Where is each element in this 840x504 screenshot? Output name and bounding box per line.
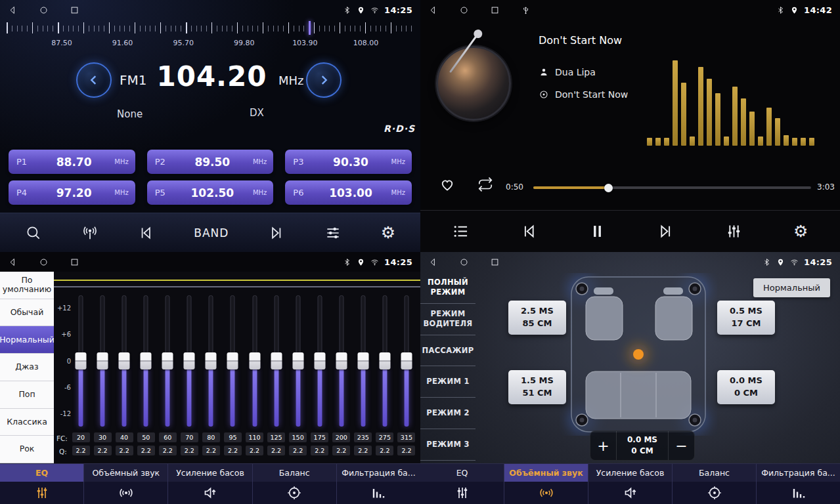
seek-up-button[interactable]: [306, 62, 342, 98]
slider-handle[interactable]: [401, 352, 412, 369]
listening-mode-item[interactable]: ПАССАЖИР: [420, 335, 475, 367]
eq-band-slider[interactable]: [353, 295, 373, 427]
home-icon[interactable]: [459, 5, 469, 15]
slider-handle[interactable]: [76, 352, 87, 369]
tab-surround[interactable]: Объёмный звук: [504, 464, 588, 504]
recents-icon[interactable]: [490, 5, 500, 15]
progress-knob[interactable]: [604, 184, 613, 192]
slider-handle[interactable]: [379, 352, 390, 369]
eq-band-slider[interactable]: [375, 295, 395, 427]
favorite-control[interactable]: [439, 176, 456, 196]
back-icon[interactable]: [428, 5, 438, 15]
previous-icon[interactable]: [137, 224, 154, 242]
tab-eq[interactable]: EQ: [0, 464, 84, 504]
slider-handle[interactable]: [227, 352, 238, 369]
eq-band-slider[interactable]: [245, 295, 265, 427]
recents-icon[interactable]: [70, 5, 79, 15]
seek-down-button[interactable]: [76, 62, 112, 98]
home-icon[interactable]: [39, 5, 49, 15]
listening-mode-item[interactable]: РЕЖИМ 2: [420, 398, 475, 429]
eq-band-slider[interactable]: [179, 295, 199, 427]
eq-band-slider[interactable]: [158, 295, 177, 427]
recents-icon[interactable]: [70, 257, 79, 267]
home-icon[interactable]: [459, 257, 469, 267]
frequency-scale[interactable]: 87.5091.6095.7099.80103.90108.00: [0, 21, 420, 51]
back-icon[interactable]: [8, 257, 18, 267]
slider-handle[interactable]: [119, 352, 130, 369]
eq-preset-item[interactable]: Классика: [0, 409, 54, 436]
eq-preset-item[interactable]: Нормальный: [0, 326, 54, 354]
repeat-control[interactable]: [477, 176, 494, 196]
preset-button[interactable]: P1 88.70 MHz: [9, 150, 135, 174]
listening-mode-item[interactable]: РЕЖИМ ВОДИТЕЛЯ: [420, 304, 475, 335]
pause-icon[interactable]: [588, 222, 606, 240]
slider-handle[interactable]: [97, 352, 108, 369]
eq-band-slider[interactable]: [71, 295, 91, 427]
eq-preset-item[interactable]: Поп: [0, 381, 54, 409]
eq-band-slider[interactable]: [223, 295, 242, 427]
slider-handle[interactable]: [162, 352, 173, 369]
eq-preset-item[interactable]: Рок: [0, 436, 54, 463]
slider-handle[interactable]: [357, 352, 368, 369]
back-icon[interactable]: [8, 5, 18, 15]
eq-band-slider[interactable]: [93, 295, 112, 427]
tab-balance[interactable]: Баланс: [673, 464, 757, 504]
tab-bass-boost[interactable]: Усиление басов: [588, 464, 673, 504]
tab-bass-boost[interactable]: Усиление басов: [168, 464, 252, 504]
tab-filter[interactable]: Фильтрация ба...: [757, 464, 840, 504]
tab-balance[interactable]: Баланс: [253, 464, 337, 504]
slider-handle[interactable]: [249, 352, 260, 369]
tab-surround[interactable]: Объёмный звук: [84, 464, 168, 504]
eq-band-slider[interactable]: [201, 295, 221, 427]
tab-eq[interactable]: EQ: [420, 464, 504, 504]
delay-front-right[interactable]: 0.5 MS 17 CM: [717, 301, 775, 335]
eq-band-slider[interactable]: [310, 295, 330, 427]
decrease-delay-button[interactable]: −: [668, 431, 694, 460]
album-art[interactable]: [436, 46, 511, 121]
delay-front-left[interactable]: 2.5 MS 85 CM: [508, 301, 566, 335]
slider-handle[interactable]: [336, 352, 347, 369]
eq-preset-item[interactable]: Обычай: [0, 299, 54, 327]
eq-band-slider[interactable]: [332, 295, 351, 427]
delay-rear-left[interactable]: 1.5 MS 51 CM: [508, 370, 566, 404]
slider-handle[interactable]: [292, 352, 303, 369]
listening-mode-item[interactable]: РЕЖИМ 3: [420, 429, 475, 461]
progress-bar[interactable]: [533, 186, 811, 189]
eq-preset-item[interactable]: Джаз: [0, 354, 54, 381]
next-icon[interactable]: [268, 224, 285, 242]
recents-icon[interactable]: [490, 257, 500, 267]
tune-icon[interactable]: [324, 224, 342, 242]
preset-button[interactable]: P2 89.50 MHz: [147, 150, 274, 174]
delay-rear-right[interactable]: 0.0 MS 0 CM: [717, 370, 775, 404]
slider-handle[interactable]: [271, 352, 282, 369]
sound-preset-button[interactable]: Нормальный: [753, 278, 830, 297]
slider-handle[interactable]: [141, 352, 152, 369]
listening-mode-item[interactable]: ПОЛНЫЙ РЕЖИМ: [420, 272, 475, 304]
listening-mode-item[interactable]: РЕЖИМ 1: [420, 366, 475, 398]
settings-icon[interactable]: ⚙: [381, 224, 395, 241]
eq-band-slider[interactable]: [267, 295, 286, 427]
eq-band-slider[interactable]: [397, 295, 416, 427]
next-icon[interactable]: [657, 222, 674, 240]
eq-band-slider[interactable]: [288, 295, 308, 427]
preset-button[interactable]: P6 103.00 MHz: [285, 180, 412, 205]
settings-icon[interactable]: ⚙: [793, 223, 808, 240]
mixer-icon[interactable]: [725, 222, 743, 240]
eq-band-slider[interactable]: [114, 295, 134, 427]
slider-handle[interactable]: [206, 352, 217, 369]
eq-preset-item[interactable]: По умолчанию: [0, 272, 54, 299]
eq-band-slider[interactable]: [136, 295, 156, 427]
playlist-icon[interactable]: [452, 222, 470, 240]
back-icon[interactable]: [428, 257, 438, 267]
preset-button[interactable]: P5 102.50 MHz: [147, 180, 274, 205]
preset-button[interactable]: P3 90.30 MHz: [285, 150, 412, 174]
slider-handle[interactable]: [314, 352, 325, 369]
search-icon[interactable]: [25, 224, 42, 242]
tab-filter[interactable]: Фильтрация ба...: [337, 464, 420, 504]
band-button[interactable]: BAND: [194, 226, 229, 240]
home-icon[interactable]: [39, 257, 49, 267]
broadcast-icon[interactable]: [81, 224, 99, 242]
preset-button[interactable]: P4 97.20 MHz: [9, 180, 135, 205]
previous-icon[interactable]: [520, 222, 538, 240]
slider-handle[interactable]: [184, 352, 195, 369]
